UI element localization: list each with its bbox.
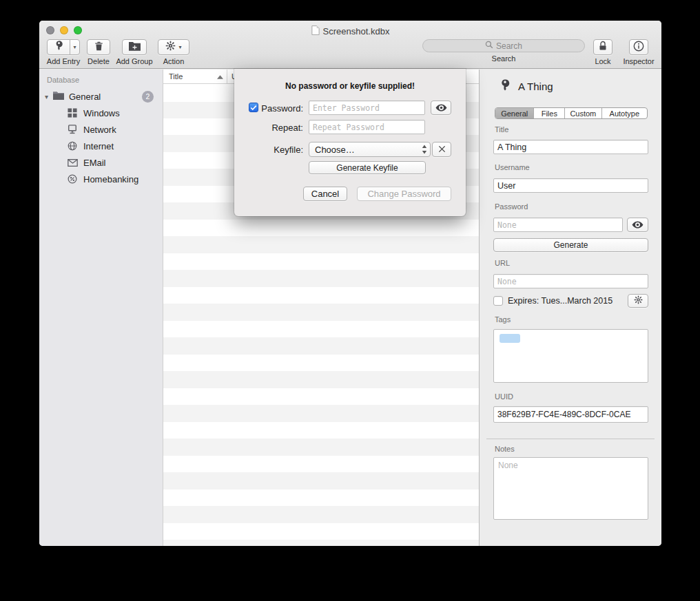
uuid-field[interactable] (493, 406, 648, 423)
sort-ascending-icon (217, 72, 223, 81)
add-group-group: Add Group (113, 39, 156, 65)
delete-caption: Delete (84, 57, 113, 65)
sidebar-item-label: Windows (83, 108, 120, 118)
inspector-group: Inspector (620, 39, 657, 65)
add-entry-dropdown-button[interactable]: ▾ (70, 39, 80, 55)
key-icon (499, 79, 511, 94)
add-entry-caption: Add Entry (43, 57, 83, 65)
info-icon (633, 41, 644, 54)
tab-label: Files (542, 109, 557, 118)
keyfile-value: Choose… (315, 145, 355, 155)
username-field[interactable] (493, 178, 648, 193)
title-field[interactable] (493, 140, 648, 154)
tab-files[interactable]: Files (534, 108, 565, 118)
dialog-repeat-field[interactable] (309, 120, 425, 134)
dialog-message: No password or keyfile supplied! (234, 81, 466, 91)
percent-coin-icon (67, 174, 78, 184)
dialog-keyfile-label: Keyfile: (255, 145, 303, 155)
notes-field[interactable] (493, 457, 648, 520)
windows-icon (67, 108, 78, 118)
sidebar-item-homebanking[interactable]: Homebanking (39, 171, 163, 187)
entry-title-row: A Thing (499, 79, 553, 94)
search-group: Search Search (422, 39, 585, 63)
dialog-reveal-password-button[interactable] (431, 101, 451, 115)
tab-custom[interactable]: Custom (565, 108, 602, 118)
generate-password-button[interactable]: Generate (493, 238, 648, 252)
title-label: Title (495, 125, 508, 134)
lock-button[interactable] (593, 39, 612, 55)
sidebar-item-label: EMail (83, 158, 106, 168)
generate-keyfile-button[interactable]: Generate Keyfile (309, 161, 426, 174)
lock-group: Lock (590, 39, 616, 65)
stepper-icon (422, 145, 427, 156)
globe-icon (67, 141, 78, 151)
clear-keyfile-button[interactable] (432, 142, 451, 157)
tags-field[interactable] (493, 329, 648, 383)
password-label: Password (495, 202, 528, 211)
entry-count-badge: 2 (142, 91, 154, 103)
password-field[interactable] (493, 218, 623, 232)
url-label: URL (495, 259, 510, 267)
chevron-down-icon: ▾ (73, 45, 76, 50)
dialog-repeat-label: Repeat: (255, 123, 303, 133)
username-label: Username (495, 163, 530, 171)
sidebar-item-internet[interactable]: Internet (39, 138, 163, 154)
sidebar-item-label: Internet (83, 141, 114, 151)
sidebar-item-label: Homebanking (83, 174, 138, 184)
add-group-caption: Add Group (113, 57, 156, 65)
disclosure-triangle-icon[interactable]: ▾ (45, 93, 53, 101)
envelope-icon (67, 159, 78, 167)
add-entry-group: ▾ Add Entry (43, 39, 83, 65)
change-password-button[interactable]: Change Password (357, 187, 451, 201)
expires-label: Expires: Tues...March 2015 (508, 296, 612, 306)
expires-gear-button[interactable] (628, 294, 648, 308)
notes-label: Notes (495, 445, 515, 453)
add-group-button[interactable] (122, 39, 147, 55)
keyfile-dropdown[interactable]: Choose… (309, 142, 431, 157)
lock-icon (599, 41, 607, 54)
sidebar-item-windows[interactable]: Windows (39, 105, 163, 121)
sidebar-header: Database (47, 76, 163, 84)
search-placeholder: Search (496, 41, 522, 51)
inspector-button[interactable] (629, 39, 648, 55)
tab-label: Autotype (610, 109, 639, 118)
gear-icon (634, 295, 643, 307)
cancel-label: Cancel (311, 189, 339, 199)
sidebar-item-network[interactable]: Network (39, 121, 163, 138)
sidebar-item-general[interactable]: ▾ General 2 (39, 88, 163, 105)
reveal-password-button[interactable] (627, 218, 648, 232)
uuid-label: UUID (495, 392, 513, 401)
sidebar-item-label: General (69, 92, 101, 102)
dialog-password-field[interactable] (309, 101, 425, 115)
tab-label: General (501, 109, 528, 118)
key-icon (54, 41, 64, 54)
change-password-dialog: No password or keyfile supplied! Passwor… (234, 69, 466, 216)
search-input[interactable]: Search (422, 39, 585, 52)
search-icon (485, 41, 493, 51)
dialog-password-label: Password: (255, 103, 303, 114)
sidebar-item-email[interactable]: EMail (39, 154, 163, 171)
window-title: Screenshot.kdbx (323, 26, 390, 36)
close-x-icon (438, 143, 446, 156)
change-password-label: Change Password (367, 189, 440, 199)
delete-group: Delete (84, 39, 113, 65)
delete-button[interactable] (87, 39, 110, 55)
titlebar-toolbar: Screenshot.kdbx ▾ Add Entry (39, 21, 661, 69)
cancel-button[interactable]: Cancel (303, 187, 347, 201)
column-title-label: Title (169, 72, 183, 81)
folder-icon (53, 91, 64, 102)
lock-caption: Lock (590, 57, 616, 65)
tag-token[interactable] (500, 334, 520, 343)
column-header-title[interactable]: Title (163, 70, 227, 83)
inspector-panel: A Thing General Files Custom Autotype Ti… (479, 70, 661, 546)
add-entry-button[interactable] (47, 39, 70, 55)
divider (486, 439, 655, 439)
tab-general[interactable]: General (495, 108, 534, 118)
tab-autotype[interactable]: Autotype (602, 108, 647, 118)
app-window: Screenshot.kdbx ▾ Add Entry (39, 21, 661, 546)
action-group: ▾ Action (156, 39, 191, 65)
url-field[interactable] (493, 274, 648, 288)
tags-label: Tags (495, 315, 511, 324)
expires-checkbox[interactable] (493, 296, 503, 306)
action-button[interactable]: ▾ (158, 39, 189, 55)
